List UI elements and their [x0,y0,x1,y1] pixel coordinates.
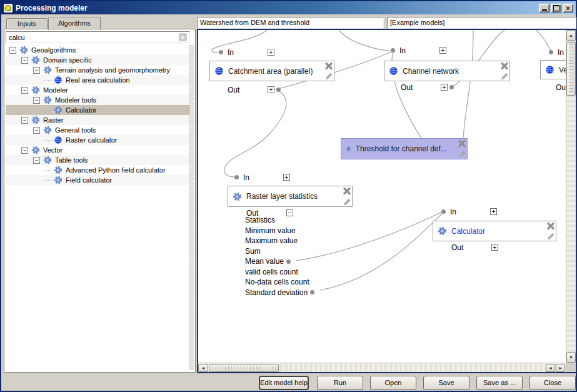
clear-search-icon[interactable]: × [179,33,187,41]
node-vector-clipped[interactable]: Ve [540,60,566,79]
close-dialog-button[interactable]: Close [529,376,576,390]
connector-dot[interactable] [234,175,239,179]
delete-node-icon[interactable] [500,62,509,70]
tree-item-terrain-analysis[interactable]: −Terrain analysis and geomorphometry [6,65,190,75]
expand-icon[interactable]: + [491,244,498,251]
output-no-data-cells-count[interactable]: No-data cells count [245,277,314,288]
title-bar[interactable]: Processing modeler × [1,1,576,14]
port-out-calculator[interactable]: Out + [451,243,498,251]
connector-dot[interactable] [286,259,291,264]
maximize-button[interactable] [551,4,561,13]
delete-node-icon[interactable] [324,62,333,70]
collapse-icon[interactable]: − [21,87,28,94]
collapse-icon[interactable]: − [33,127,40,134]
tree-item-field-calculator[interactable]: Field calculator [6,175,190,185]
vertical-scroll-thumb[interactable] [566,42,576,96]
edit-node-icon[interactable] [500,72,509,80]
output-standard-deviation[interactable]: Standard deviation [245,288,314,298]
tree-item-general-tools[interactable]: −General tools [6,125,190,135]
connector-dot[interactable] [276,88,281,92]
tree-item-advanced-python-field-calculator[interactable]: Advanced Python field calculator [6,165,190,175]
port-out-catchment[interactable]: Out + [228,86,281,94]
open-button[interactable]: Open [370,376,416,390]
scroll-up-icon[interactable]: ▲ [566,30,576,41]
tree-item-raster-calculator[interactable]: Raster calculator [6,135,190,145]
delete-node-icon[interactable] [458,139,466,148]
collapse-icon[interactable]: − [21,117,28,124]
connector-dot[interactable] [441,209,446,214]
port-out-vector[interactable]: Out [556,83,566,91]
tab-inputs[interactable]: Inputs [6,18,48,29]
edit-node-icon[interactable] [343,198,351,206]
port-in-calculator[interactable]: In + [441,208,497,216]
horizontal-scroll-thumb[interactable] [209,364,279,372]
port-in-catchment[interactable]: In + [219,48,274,56]
tree-item-domain-specific[interactable]: −Domain specific [6,55,190,65]
port-in-channel[interactable]: In + [391,46,446,54]
collapse-icon[interactable]: − [33,97,40,104]
connector-dot[interactable] [449,85,454,89]
output-mean-value[interactable]: Mean value [245,256,314,267]
tree-branch-line [44,169,53,171]
collapse-icon[interactable]: − [21,147,28,154]
output-valid-cells-count[interactable]: valid cells count [245,267,314,278]
collapse-icon[interactable]: − [33,67,40,74]
node-threshold-input[interactable]: + Threshold for channel def... [341,138,468,159]
tree-item-calculator[interactable]: Calculator [6,105,190,115]
model-name-input[interactable]: Watershed from DEM and threshold [197,17,384,29]
expand-icon[interactable]: + [490,208,497,215]
node-channel-network[interactable]: Channel network [384,61,510,81]
node-raster-layer-statistics[interactable]: Raster layer statistics [228,186,353,207]
expand-icon[interactable]: + [268,86,274,93]
search-input[interactable]: calcu × [6,31,190,43]
expand-icon[interactable]: + [283,174,290,181]
tree-item-geoalgorithms[interactable]: −Geoalgorithms [6,45,190,55]
port-in-vector[interactable]: In [549,48,566,56]
edit-node-icon[interactable] [546,232,555,240]
tree-item-modeler-tools[interactable]: −Modeler tools [6,95,190,105]
collapse-icon[interactable]: − [21,57,28,64]
tree-item-table-tools[interactable]: −Table tools [6,155,190,165]
model-group-input[interactable]: [Example models] [387,17,576,29]
expand-icon[interactable]: + [268,49,274,56]
model-canvas[interactable]: In + Catchment area (parallel) Out + In … [198,30,566,363]
tab-algorithms[interactable]: Algorithms [48,17,101,30]
edit-node-icon[interactable] [324,72,333,80]
connector-dot[interactable] [391,48,395,53]
save-as-button[interactable]: Save as ... [476,376,523,390]
scroll-down-icon[interactable]: ▼ [566,352,576,363]
tree-scrollbar[interactable] [189,45,194,370]
run-button[interactable]: Run [317,376,363,390]
node-catchment-area[interactable]: Catchment area (parallel) [209,61,334,81]
collapse-icon[interactable]: − [33,157,40,164]
connector-dot[interactable] [219,50,223,54]
connector-dot[interactable] [549,50,553,54]
tree-item-modeler[interactable]: −Modeler [6,85,190,95]
edit-node-icon[interactable] [458,150,466,158]
scroll-left-icon[interactable]: ◄ [198,364,208,372]
expand-icon[interactable]: + [441,84,448,91]
port-out-channel[interactable]: Out + [401,83,454,91]
scroll-left-icon[interactable]: ◄ [546,364,555,372]
tree-item-raster[interactable]: −Raster [6,115,190,125]
output-statistics[interactable]: Statistics [245,215,314,226]
port-in-raster-stats[interactable]: In + [234,173,290,181]
collapse-icon[interactable]: − [9,47,16,54]
output-sum[interactable]: Sum [245,246,314,257]
output-minimum-value[interactable]: Minimum value [245,226,314,236]
node-calculator[interactable]: Calculator [433,221,556,241]
edit-model-help-button[interactable]: Edit model help [259,376,309,390]
canvas-vertical-scrollbar[interactable]: ▲ ▼ [566,30,576,363]
output-maximum-value[interactable]: Maximum value [245,236,314,246]
canvas-horizontal-scrollbar[interactable]: ◄ ◄ ► [198,363,566,372]
connector-dot[interactable] [310,290,314,294]
tree-item-vector[interactable]: −Vector [6,145,190,155]
expand-icon[interactable]: + [439,47,446,54]
scroll-right-icon[interactable]: ► [556,364,565,372]
delete-node-icon[interactable] [546,222,555,230]
tree-item-real-area-calculation[interactable]: Real area calculation [6,75,190,85]
minimize-button[interactable] [539,4,549,13]
close-button[interactable]: × [563,4,573,13]
delete-node-icon[interactable] [343,187,351,195]
save-button[interactable]: Save [423,376,469,390]
